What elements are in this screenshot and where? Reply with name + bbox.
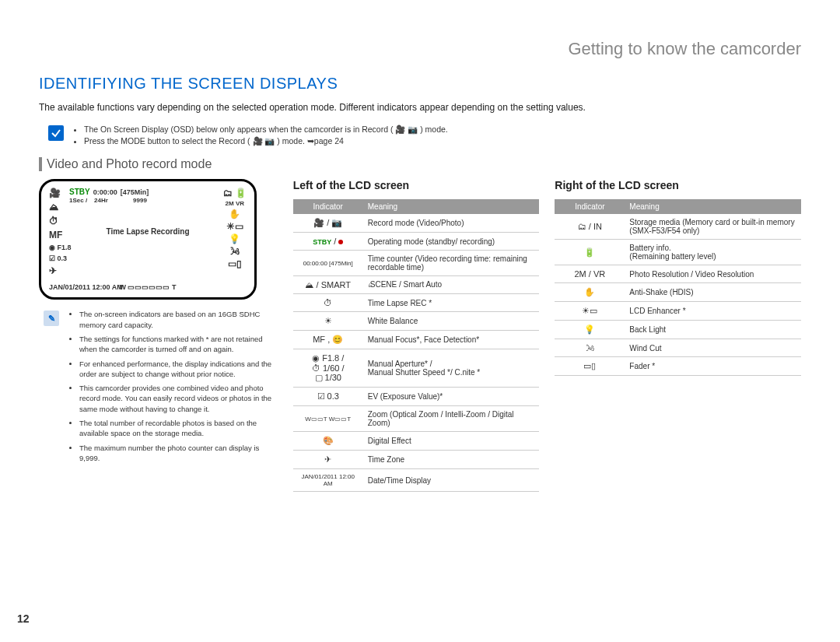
table-row: ⛰ / SMART𝓲SCENE / Smart Auto — [293, 276, 540, 294]
meaning-cell: Manual Aperture* / Manual Shutter Speed … — [363, 349, 540, 388]
meaning-cell: EV (Exposure Value)* — [363, 388, 540, 406]
meaning-cell: Record mode (Video/Photo) — [363, 214, 540, 233]
meaning-cell: LCD Enhancer * — [625, 302, 801, 321]
meaning-cell: Wind Cut — [625, 339, 801, 357]
th-indicator: Indicator — [293, 199, 363, 214]
indicator-cell: 🎨 — [293, 432, 363, 451]
lcd-screen: 🎥⛰⏱MF ◉ F1.8 ☑ 0.3 ✈ 🗂 🔋2M VR✋☀▭💡🌬▭▯ STB… — [39, 179, 257, 300]
subsection-header: Video and Photo record mode — [39, 157, 801, 171]
meaning-cell: Anti-Shake (HDIS) — [625, 283, 801, 302]
table-row: W▭▭T W▭▭TZoom (Optical Zoom / Intelli-Zo… — [293, 406, 540, 432]
subsection-bar — [39, 157, 42, 171]
meaning-cell: Storage media (Memory card or built-in m… — [625, 214, 801, 240]
meaning-cell: Time counter (Video recording time: rema… — [363, 251, 540, 276]
left-note-item: For enhanced performance, the display in… — [79, 359, 278, 380]
left-indicator-table: Indicator Meaning 🎥 / 📷Record mode (Vide… — [293, 199, 540, 492]
left-note-item: This camcorder provides one combined vid… — [79, 383, 278, 414]
right-indicator-table: Indicator Meaning 🗂 / INStorage media (M… — [555, 199, 801, 376]
indicator-cell: ✋ — [555, 283, 625, 302]
indicator-cell: ☀▭ — [555, 302, 625, 321]
top-note-list: The On Screen Display (OSD) below only a… — [72, 124, 448, 146]
table-row: MF , 😊Manual Focus*, Face Detection* — [293, 331, 540, 349]
subsection-title: Video and Photo record mode — [47, 157, 212, 171]
lcd-timer: 0:00:00 — [93, 188, 117, 196]
left-note-list: The on-screen indicators are based on an… — [67, 309, 278, 467]
meaning-cell: Zoom (Optical Zoom / Intelli-Zoom / Digi… — [363, 406, 540, 432]
table-row: ⏱Time Lapse REC * — [293, 294, 540, 312]
table-row: 00:00:00 [475Min]Time counter (Video rec… — [293, 251, 540, 276]
meaning-cell: Operating mode (standby/ recording) — [363, 233, 540, 251]
indicator-cell: ☀ — [293, 312, 363, 331]
indicator-cell: STBY / — [293, 233, 363, 251]
table-row: JAN/01/2011 12:00 AMDate/Time Display — [293, 469, 540, 492]
indicator-cell: 🌬 — [555, 339, 625, 357]
indicator-cell: W▭▭T W▭▭T — [293, 406, 363, 432]
table-row: 🎨Digital Effect — [293, 432, 540, 451]
meaning-cell: Back Light — [625, 321, 801, 339]
indicator-cell: ✈ — [293, 451, 363, 469]
check-icon — [48, 125, 64, 141]
th-meaning: Meaning — [625, 199, 801, 214]
meaning-cell: White Balance — [363, 312, 540, 331]
table-row: STBY / Operating mode (standby/ recordin… — [293, 233, 540, 251]
indicator-cell: 🗂 / IN — [555, 214, 625, 240]
left-screen-title: Left of the LCD screen — [293, 179, 540, 191]
lcd-center-text: Time Lapse Recording — [49, 227, 247, 236]
table-row: ☀White Balance — [293, 312, 540, 331]
section-title: IDENTIFIYING THE SCREEN DISPLAYS — [39, 75, 801, 93]
left-note-box: ✎ The on-screen indicators are based on … — [39, 309, 278, 467]
table-row: 🌬Wind Cut — [555, 339, 801, 357]
indicator-cell: 🔋 — [555, 240, 625, 265]
lcd-left-icons: 🎥⛰⏱MF ◉ F1.8 ☑ 0.3 ✈ — [49, 188, 72, 276]
meaning-cell: Time Zone — [363, 451, 540, 469]
th-indicator: Indicator — [555, 199, 625, 214]
left-note-item: The maximum number the photo counter can… — [79, 443, 278, 464]
chapter-title: Getting to know the camcorder — [39, 39, 801, 59]
left-note-item: The settings for functions marked with *… — [79, 334, 278, 355]
indicator-cell: MF , 😊 — [293, 331, 363, 349]
lcd-min: [475Min] — [121, 188, 149, 196]
right-screen-title: Right of the LCD screen — [555, 179, 801, 191]
indicator-cell: ⛰ / SMART — [293, 276, 363, 294]
indicator-cell: ▭▯ — [555, 357, 625, 376]
indicator-cell: ⏱ — [293, 294, 363, 312]
meaning-cell: Time Lapse REC * — [363, 294, 540, 312]
table-row: ✈Time Zone — [293, 451, 540, 469]
left-note-item: The total number of recordable photos is… — [79, 418, 278, 439]
table-row: 2M / VRPhoto Resolution / Video Resoluti… — [555, 265, 801, 283]
top-note-item: The On Screen Display (OSD) below only a… — [84, 124, 448, 135]
lcd-datetime: JAN/01/2011 12:00 AM — [49, 283, 123, 291]
th-meaning: Meaning — [363, 199, 540, 214]
page-number: 12 — [17, 612, 30, 625]
table-row: 🗂 / INStorage media (Memory card or buil… — [555, 214, 801, 240]
indicator-cell: ☑ 0.3 — [293, 388, 363, 406]
table-row: 🔋Battery info. (Remaining battery level) — [555, 240, 801, 265]
intro-text: The available functions vary depending o… — [39, 102, 801, 113]
meaning-cell: Digital Effect — [363, 432, 540, 451]
meaning-cell: Manual Focus*, Face Detection* — [363, 331, 540, 349]
indicator-cell: 🎥 / 📷 — [293, 214, 363, 233]
indicator-cell: JAN/01/2011 12:00 AM — [293, 469, 363, 492]
meaning-cell: Photo Resolution / Video Resolution — [625, 265, 801, 283]
indicator-cell: 2M / VR — [555, 265, 625, 283]
meaning-cell: Date/Time Display — [363, 469, 540, 492]
indicator-cell: 💡 — [555, 321, 625, 339]
top-note-box: The On Screen Display (OSD) below only a… — [39, 124, 801, 146]
table-row: ☀▭LCD Enhancer * — [555, 302, 801, 321]
table-row: 🎥 / 📷Record mode (Video/Photo) — [293, 214, 540, 233]
meaning-cell: 𝓲SCENE / Smart Auto — [363, 276, 540, 294]
meaning-cell: Battery info. (Remaining battery level) — [625, 240, 801, 265]
lcd-zoom-bar: W ▭▭▭▭▭▭ T — [119, 283, 176, 291]
pencil-icon: ✎ — [44, 310, 59, 326]
table-row: 💡Back Light — [555, 321, 801, 339]
table-row: ◉ F1.8 / ⏱ 1/60 / ▢ 1/30Manual Aperture*… — [293, 349, 540, 388]
lcd-stby: STBY — [69, 188, 90, 196]
lcd-right-icons: 🗂 🔋2M VR✋☀▭💡🌬▭▯ — [223, 188, 247, 269]
meaning-cell: Fader * — [625, 357, 801, 376]
top-note-item: Press the MODE button to select the Reco… — [84, 135, 448, 147]
table-row: ✋Anti-Shake (HDIS) — [555, 283, 801, 302]
indicator-cell: 00:00:00 [475Min] — [293, 251, 363, 276]
table-row: ▭▯Fader * — [555, 357, 801, 376]
left-note-item: The on-screen indicators are based on an… — [79, 309, 278, 330]
indicator-cell: ◉ F1.8 / ⏱ 1/60 / ▢ 1/30 — [293, 349, 363, 388]
